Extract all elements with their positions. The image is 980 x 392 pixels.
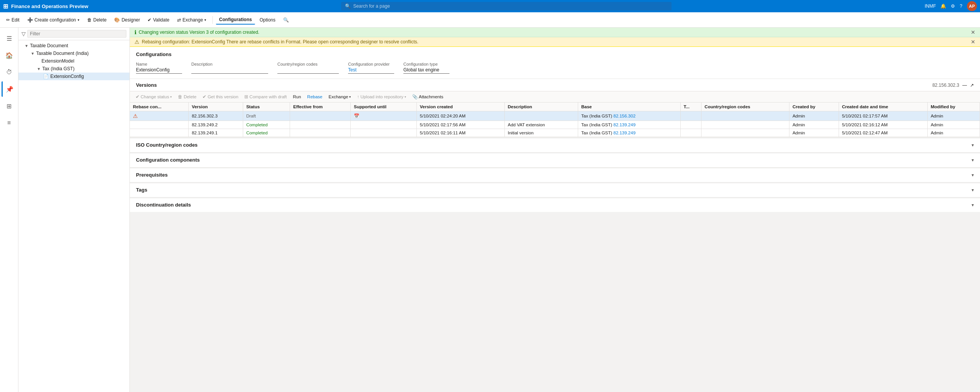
collapsible-header-1[interactable]: Configuration components ▾ [130,153,980,167]
notification-icon[interactable]: 🔔 [940,3,946,9]
cell-supported-until-2 [351,129,417,137]
panel-title: Configurations [136,51,974,57]
collapsible-section-4: Discontinuation details ▾ [130,198,980,212]
configurations-tab[interactable]: Configurations [216,15,255,25]
field-config-type: Configuration type Global tax engine [403,62,449,74]
field-config-type-value: Global tax engine [403,67,449,74]
nav-tree-header: ▽ [18,28,129,40]
validate-button[interactable]: ✔ Validate [144,16,172,24]
field-country-region: Country/region codes [277,62,339,74]
edit-icon: ✏ [6,17,10,23]
table-row[interactable]: 82.139.249.1Completed5/10/2021 02:16:11 … [130,129,980,137]
waffle-icon[interactable]: ⊞ [3,3,8,10]
create-config-button[interactable]: ➕ Create configuration ▾ [24,16,83,24]
sidebar-recent-icon[interactable]: ⏱ [2,65,17,80]
exchange-icon: ⇄ [177,17,181,23]
tree-item-taxable-doc-india[interactable]: ▼ Taxable Document (India) [18,50,129,57]
upload-into-repo-button[interactable]: ↑ Upload into repository ▾ [354,93,409,100]
cell-base-2: Tax (India GST) 82.139.249 [578,129,681,137]
global-search-box[interactable]: 🔍 [341,2,672,10]
col-rebase: Rebase con... [130,103,189,111]
collapsible-header-3[interactable]: Tags ▾ [130,183,980,197]
nav-filter-input[interactable] [30,31,124,36]
global-search-input[interactable] [353,3,668,9]
cell-version-2: 82.139.249.1 [189,129,243,137]
cell-effective-from-1 [290,121,351,129]
versions-expand-icon[interactable]: — [962,83,967,88]
cell-modified-by-0: Admin [927,111,980,121]
upload-dropdown: ▾ [405,95,406,99]
sidebar-list-icon[interactable]: ≡ [2,115,17,131]
help-icon[interactable]: ? [960,3,962,9]
user-avatar[interactable]: AP [967,1,977,11]
collapse-arrow-2: ▾ [972,172,974,178]
nav-tree-search[interactable] [27,30,126,38]
cell-country-0 [701,111,789,121]
tree-item-tax-india-gst[interactable]: ▼ Tax (India GST) [18,65,129,73]
col-base: Base [578,103,681,111]
tree-toggle-tax-india-gst: ▼ [37,67,41,71]
sidebar-home-icon[interactable]: 🏠 [2,48,17,63]
filter-icon[interactable]: ▽ [22,31,26,37]
versions-table: Rebase con... Version Status Effective f… [130,103,980,137]
cell-version-created-0: 5/10/2021 02:24:20 AM [416,111,504,121]
field-config-provider-value[interactable]: Test [348,67,394,74]
collapsible-section-2: Prerequisites ▾ [130,168,980,182]
versions-delete-button[interactable]: 🗑 Delete [175,93,199,100]
attachments-button[interactable]: 📎 Attachments [410,93,446,101]
designer-button[interactable]: 🎨 Designer [111,16,143,24]
notification-info-close[interactable]: ✕ [971,29,975,35]
notification-warning-close[interactable]: ✕ [971,39,975,45]
content-area: ℹ Changing version status Version 3 of c… [130,28,980,392]
rebase-button[interactable]: Rebase [305,93,325,100]
tree-item-extension-config[interactable]: 📄 ExtensionConfig [18,73,129,80]
collapsible-title-3: Tags [136,187,147,193]
cell-base-0: Tax (India GST) 82.156.302 [578,111,681,121]
table-row[interactable]: ⚠82.156.302.3Draft📅5/10/2021 02:24:20 AM… [130,111,980,121]
extension-config-icon: 📄 [43,74,49,79]
configurations-panel: Configurations Name ExtensionConfig Desc… [130,47,980,78]
sidebar-pinned-icon[interactable]: 📌 [2,81,17,97]
tree-item-taxable-doc[interactable]: ▼ Taxable Document [18,42,129,50]
sidebar-menu-icon[interactable]: ☰ [2,31,17,46]
toolbar-search-icon[interactable]: 🔍 [283,17,289,23]
table-row[interactable]: 82.139.249.2Completed5/10/2021 02:17:56 … [130,121,980,129]
field-name: Name ExtensionConfig [136,62,182,74]
delete-button[interactable]: 🗑 Delete [84,16,110,24]
edit-button[interactable]: ✏ Edit [3,16,23,24]
change-status-button[interactable]: ✔ Change status ▾ [133,93,174,101]
col-version: Version [189,103,243,111]
cell-status-2: Completed [243,129,290,137]
exchange-button[interactable]: ⇄ Exchange ▾ [174,16,209,24]
versions-more-icon[interactable]: ↗ [970,83,974,88]
tree-item-extension-model[interactable]: ▶ ExtensionModel [18,57,129,65]
versions-header-right: 82.156.302.3 — ↗ [932,83,974,88]
collapsible-title-2: Prerequisites [136,172,167,178]
compare-with-draft-button[interactable]: ⊞ Compare with draft [242,93,289,101]
col-effective-from: Effective from [290,103,351,111]
sidebar-modules-icon[interactable]: ⊞ [2,98,17,114]
settings-icon[interactable]: ⚙ [951,3,955,9]
notification-warning: ⚠ Rebasing configuration: ExtensionConfi… [130,37,980,47]
attachments-icon: 📎 [412,94,418,99]
collapsible-header-0[interactable]: ISO Country/region codes ▾ [130,138,980,152]
collapsible-header-2[interactable]: Prerequisites ▾ [130,168,980,182]
field-country-value [277,67,339,74]
cell-created-date-0: 5/10/2021 02:17:57 AM [839,111,927,121]
get-this-version-button[interactable]: ✔ Get this version [200,93,241,101]
cell-status-0: Draft [243,111,290,121]
options-tab[interactable]: Options [257,16,279,24]
collapsible-section-3: Tags ▾ [130,183,980,197]
exchange-ver-button[interactable]: Exchange ▾ [326,93,353,100]
title-bar: ⊞ Finance and Operations Preview 🔍 INMF … [0,0,980,12]
notification-info-message: Changing version status Version 3 of con… [139,30,259,35]
collapsible-section-0: ISO Country/region codes ▾ [130,138,980,152]
run-button[interactable]: Run [290,93,303,100]
versions-version-number: 82.156.302.3 [932,83,959,88]
collapsible-header-4[interactable]: Discontinuation details ▾ [130,198,980,212]
cell-t-2 [680,129,701,137]
validate-icon: ✔ [148,17,151,23]
cell-rebase-0: ⚠ [130,111,189,121]
col-modified-by: Modified by [927,103,980,111]
field-name-value: ExtensionConfig [136,67,182,74]
